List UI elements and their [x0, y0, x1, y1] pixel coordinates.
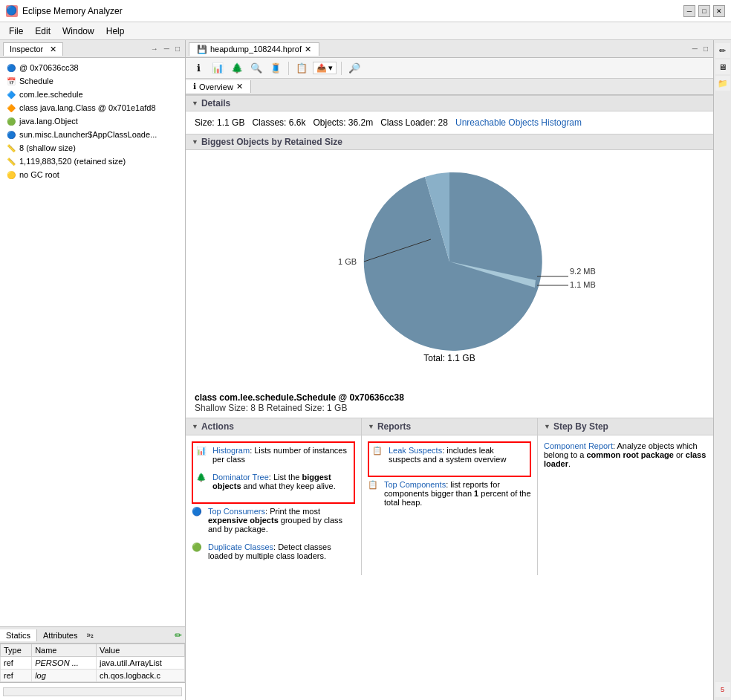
dominator-link[interactable]: Dominator Tree: [212, 473, 269, 482]
close-button[interactable]: ✕: [713, 5, 725, 17]
reports-header: ▼ Reports: [362, 418, 537, 435]
component-report-link[interactable]: Component Report: [544, 441, 613, 450]
left-scroll-bar: [0, 682, 185, 700]
reports-body: 📋 Leak Suspects: includes leak suspects …: [362, 435, 537, 522]
histogram-link[interactable]: Histogram: [212, 446, 250, 455]
component-report-item: Component Report: Analyze objects which …: [544, 441, 707, 468]
package-icon: 🔷: [6, 89, 16, 100]
sidebar-screen-btn[interactable]: 🖥: [715, 59, 730, 74]
component-desc-2: or: [674, 450, 686, 459]
inspector-shallow-text: 8 (shallow size): [19, 143, 76, 152]
inspector-tab-close[interactable]: ✕: [50, 45, 56, 54]
actions-column: ▼ Actions 📊 Histogram: Lists number of i…: [186, 418, 362, 575]
maximize-button[interactable]: □: [698, 5, 710, 17]
pie-chart: 1 GB 9.2 MB 1.1 MB Total: 1.1 GB: [301, 158, 598, 380]
export-dropdown[interactable]: 📤 ▾: [313, 62, 337, 74]
toolbar-separator-1: [288, 62, 289, 75]
step-title: Step By Step: [553, 421, 608, 432]
toolbar: ℹ 📊 🌲 🔍 🧵 📋 📤 ▾ 🔎: [186, 58, 713, 79]
inspector-tab[interactable]: Inspector ✕: [3, 42, 63, 56]
step-triangle[interactable]: ▼: [544, 423, 550, 430]
table-row: ref PERSON ... java.util.ArrayList: [1, 657, 185, 670]
overview-tab-label: Overview: [199, 82, 233, 91]
search-button[interactable]: 🔎: [346, 60, 363, 77]
menu-window[interactable]: Window: [56, 25, 100, 38]
query-button[interactable]: 🔍: [248, 60, 264, 77]
menu-help[interactable]: Help: [100, 25, 131, 38]
top-consumers-icon: 🔵: [192, 507, 204, 534]
inspector-class-ref-text: class java.lang.Class @ 0x701e1afd8: [19, 103, 156, 112]
dominator-button[interactable]: 🌲: [229, 60, 245, 77]
heapdump-tab[interactable]: 💾 heapdump_108244.hprof ✕: [189, 42, 319, 56]
sidebar-edit-btn[interactable]: ✏: [715, 43, 730, 58]
right-maximize-btn[interactable]: □: [701, 44, 710, 54]
attr-tab-bar: Statics Attributes »₂ ✏: [0, 627, 185, 644]
menu-file[interactable]: File: [3, 25, 29, 38]
thread-button[interactable]: 🧵: [267, 60, 284, 77]
top-consumers-text: Top Consumers: Print the most expensive …: [208, 507, 355, 534]
sidebar-folder-btn[interactable]: 📁: [715, 76, 730, 91]
menu-bar: File Edit Window Help: [0, 22, 731, 40]
inspector-tab-label: Inspector: [10, 45, 43, 54]
unreachable-objects-link[interactable]: Unreachable Objects Histogram: [455, 117, 582, 128]
horizontal-scrollbar[interactable]: [3, 687, 182, 696]
attributes-tab[interactable]: Attributes: [37, 629, 83, 641]
duplicate-link[interactable]: Duplicate Classes: [208, 542, 273, 551]
component-report-text: Component Report: Analyze objects which …: [544, 441, 707, 468]
top-consumers-link[interactable]: Top Consumers: [208, 507, 265, 516]
right-tab-bar: 💾 heapdump_108244.hprof ✕ ─ □: [186, 40, 713, 58]
more-tabs-btn[interactable]: »₂: [83, 629, 97, 641]
inspector-content: 🔵 @ 0x70636cc38 📅 Schedule 🔷 com.lee.sch…: [0, 58, 185, 626]
minimize-button[interactable]: ─: [683, 5, 695, 17]
right-minimize-btn[interactable]: ─: [690, 44, 700, 54]
top-components-link[interactable]: Top Components: [384, 480, 446, 489]
pie-section-header: ▼ Biggest Objects by Retained Size: [186, 134, 713, 150]
report-button[interactable]: 📋: [293, 60, 310, 77]
dominator-icon: 🌲: [196, 473, 208, 490]
pie-triangle[interactable]: ▼: [192, 138, 198, 146]
overview-info-icon: ℹ: [193, 82, 196, 91]
classes-value: 6.6k: [289, 117, 306, 128]
overview-tab-close[interactable]: ✕: [236, 82, 243, 91]
inspector-forward-btn[interactable]: →: [149, 44, 160, 54]
schedule-icon: 📅: [6, 76, 16, 86]
class-ref-icon: 🔶: [6, 103, 16, 113]
label-1gb: 1 GB: [338, 257, 357, 266]
histogram-text: Histogram: Lists number of instances per…: [212, 446, 351, 464]
inspector-minimize-btn[interactable]: ─: [162, 44, 172, 54]
reports-triangle[interactable]: ▼: [368, 423, 374, 430]
heapdump-tab-close[interactable]: ✕: [305, 45, 311, 54]
menu-edit[interactable]: Edit: [29, 25, 56, 38]
actions-title: Actions: [201, 421, 234, 432]
histogram-button[interactable]: 📊: [209, 60, 226, 77]
shallow-icon: 📏: [6, 143, 16, 153]
top-consumers-desc-1: : Print the most: [265, 507, 320, 516]
component-desc-3: .: [568, 459, 571, 468]
leak-suspects-link[interactable]: Leak Suspects: [389, 446, 442, 455]
overview-tab[interactable]: ℹ Overview ✕: [186, 80, 251, 93]
actions-triangle[interactable]: ▼: [192, 423, 198, 430]
inspector-gc-root: 🟡 no GC root: [3, 168, 182, 181]
inspector-address: 🔵 @ 0x70636cc38: [3, 61, 182, 74]
duplicate-icon: 🟢: [192, 542, 204, 560]
top-consumers-item: 🔵 Top Consumers: Print the most expensiv…: [192, 507, 355, 534]
details-section-title: Details: [201, 98, 230, 108]
edit-icon[interactable]: ✏: [175, 630, 182, 641]
row2-value: ch.qos.logback.c: [96, 670, 184, 682]
details-triangle[interactable]: ▼: [192, 100, 198, 107]
inspector-address-text: @ 0x70636cc38: [19, 63, 79, 72]
info-button[interactable]: ℹ: [190, 60, 207, 77]
details-section-header: ▼ Details: [186, 95, 713, 111]
inspector-package: 🔷 com.lee.schedule: [3, 88, 182, 101]
inspector-maximize-btn[interactable]: □: [173, 44, 182, 54]
statics-tab[interactable]: Statics: [0, 629, 37, 641]
right-panel: 💾 heapdump_108244.hprof ✕ ─ □ ℹ 📊 🌲 🔍 🧵 …: [186, 40, 713, 700]
sidebar-num-btn[interactable]: 5: [715, 682, 730, 697]
inspector-object-text: java.lang.Object: [19, 117, 78, 126]
loader-icon: 🔵: [6, 129, 16, 140]
pie-chart-area: 1 GB 9.2 MB 1.1 MB Total: 1.1 GB: [186, 150, 713, 388]
table-row: ref log ch.qos.logback.c: [1, 670, 185, 682]
pie-svg: 1 GB 9.2 MB 1.1 MB: [301, 158, 598, 366]
reports-highlight-box: 📋 Leak Suspects: includes leak suspects …: [368, 441, 531, 477]
loader-value: 28: [438, 117, 448, 128]
